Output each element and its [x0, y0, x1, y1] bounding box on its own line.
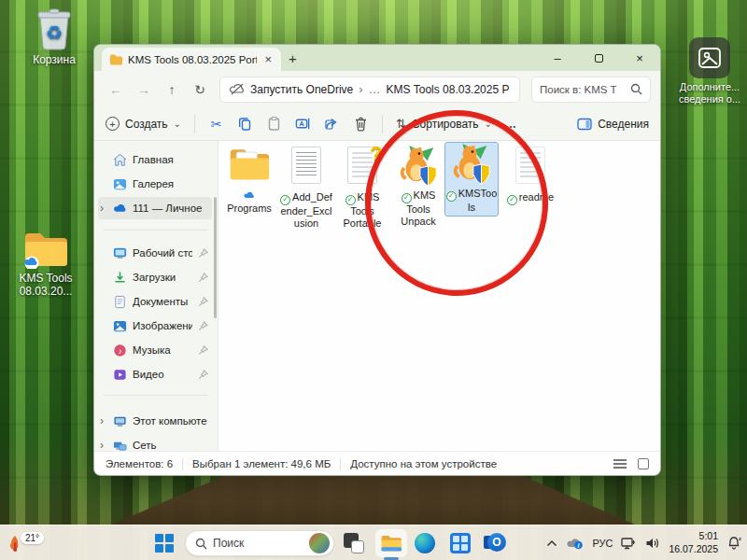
file-item-programs[interactable]: Programs [221, 145, 277, 216]
onedrive-tray-icon[interactable]: i [566, 537, 584, 550]
sidebar-item-documents[interactable]: Документы [98, 290, 212, 313]
start-button[interactable] [155, 525, 174, 560]
store-icon [450, 533, 471, 553]
large-icons-view-button[interactable] [638, 458, 649, 469]
sidebar-item-desktop[interactable]: Рабочий сто [98, 242, 212, 264]
file-item-kms-tools-unpack[interactable]: ✓KMS Tools Unpack [390, 145, 446, 229]
script-file-icon [291, 147, 321, 184]
breadcrumb-ellipsis[interactable]: … [369, 82, 381, 96]
desktop-icon-kms-folder[interactable]: KMS Tools 08.03.20... [7, 230, 84, 299]
breadcrumb-onedrive[interactable]: Запустить OneDrive [250, 83, 353, 96]
sidebar-item-label: Галерея [133, 178, 208, 189]
sidebar-separator [104, 395, 208, 396]
tray-chevron-up-icon[interactable] [546, 539, 557, 547]
rename-icon[interactable]: A [295, 116, 311, 132]
file-label: ✓KMS Tools Unpack [390, 189, 446, 229]
file-label: ✓KMSTools [445, 188, 498, 214]
sidebar-item-label: Рабочий сто [133, 247, 192, 259]
sidebar-item-this-pc[interactable]: › Этот компьюте [98, 410, 212, 432]
maximize-button[interactable] [578, 45, 619, 71]
sidebar-item-label: Сеть [133, 440, 208, 451]
file-explorer-icon [379, 531, 403, 555]
file-item-kms-tools-portable[interactable]: ? ✓KMS Tools Portable [334, 145, 390, 231]
create-label: Создать [125, 118, 168, 131]
sidebar-item-music[interactable]: ♪ Музыка [98, 339, 212, 361]
delete-icon[interactable] [353, 116, 369, 132]
chevron-right-icon[interactable]: › [100, 202, 104, 215]
taskbar-search[interactable]: Поиск [185, 530, 334, 556]
taskbar-edge-button[interactable] [415, 525, 435, 560]
chevron-right-icon[interactable]: › [100, 439, 104, 452]
create-button[interactable]: + Создать ⌄ [106, 117, 181, 131]
tab-close-icon[interactable]: × [262, 52, 274, 66]
breadcrumb[interactable]: Запустить OneDrive › … KMS Tools 08.03.2… [219, 77, 520, 103]
sidebar-scrollbar[interactable] [214, 197, 217, 318]
taskbar-store-button[interactable] [450, 525, 471, 560]
paste-icon[interactable] [266, 116, 282, 132]
chevron-right-icon[interactable]: › [100, 414, 104, 427]
toolbar-divider [194, 115, 195, 133]
search-icon [195, 538, 207, 550]
status-item-count: Элементов: 6 [106, 458, 173, 469]
more-options-button[interactable]: … [505, 118, 517, 131]
details-pane-button[interactable]: Сведения [577, 118, 649, 131]
status-selection: Выбран 1 элемент: 49,6 МБ [192, 458, 331, 469]
sidebar-item-label: Видео [133, 369, 192, 380]
file-item-readme[interactable]: ✓readme [502, 145, 558, 205]
kms-dragon-icon [397, 145, 440, 188]
sidebar-item-downloads[interactable]: Загрузки [98, 266, 212, 288]
sidebar-separator [104, 230, 208, 231]
taskbar-explorer-button[interactable] [375, 529, 407, 557]
sort-button[interactable]: ⇅ Сортировать ⌄ [396, 117, 492, 131]
sidebar-item-gallery[interactable]: Галерея [98, 173, 212, 195]
sidebar-item-pictures[interactable]: Изображени [98, 315, 212, 337]
cut-icon[interactable]: ✂ [208, 117, 224, 132]
gallery-icon [113, 177, 127, 191]
toolbar-divider [382, 115, 383, 133]
desktop-icon-spotlight[interactable]: Дополните... сведения о... [674, 37, 745, 105]
tab-bar: KMS Tools 08.03.2025 Portable × + – × [94, 45, 660, 71]
picture-icon [698, 46, 722, 70]
forward-button[interactable]: → [132, 77, 156, 102]
task-view-button[interactable] [342, 525, 366, 560]
search-icon [630, 83, 642, 95]
sidebar-item-videos[interactable]: Видео [98, 363, 212, 385]
system-tray: i РУС 5:01 16.07.2025 z [546, 525, 743, 560]
refresh-button[interactable]: ↻ [188, 77, 212, 102]
pin-icon [198, 321, 208, 331]
sidebar-item-onedrive[interactable]: › 111 — Личное [98, 197, 212, 219]
taskbar-outlook-button[interactable]: O [484, 525, 506, 560]
svg-text:♻: ♻ [46, 22, 63, 43]
edge-icon [415, 533, 435, 553]
minimize-button[interactable]: – [537, 45, 578, 71]
weather-temp: 21° [21, 532, 44, 544]
address-bar: ← → ↑ ↻ Запустить OneDrive › … KMS Tools… [94, 71, 660, 107]
notifications-bell-icon[interactable]: z [726, 536, 741, 551]
search-input[interactable]: Поиск в: KMS T [531, 77, 651, 103]
explorer-tab[interactable]: KMS Tools 08.03.2025 Portable × [102, 48, 281, 71]
breadcrumb-current[interactable]: KMS Tools 08.03.2025 P [387, 83, 510, 96]
windows-logo-icon [155, 534, 174, 553]
network-tray-icon[interactable] [621, 537, 637, 551]
close-button[interactable]: × [619, 45, 660, 71]
sidebar-item-label: Документы [133, 296, 192, 307]
details-view-button[interactable] [613, 459, 627, 469]
language-indicator[interactable]: РУС [592, 538, 613, 549]
volume-icon[interactable] [645, 537, 660, 550]
tray-clock[interactable]: 5:01 16.07.2025 [669, 530, 718, 555]
file-item-kmstools-selected[interactable]: ✓KMSTools [445, 143, 498, 216]
copy-icon[interactable] [237, 116, 253, 132]
onedrive-paused-icon [230, 83, 245, 95]
sidebar-item-home[interactable]: Главная [98, 148, 212, 171]
up-button[interactable]: ↑ [160, 77, 184, 102]
back-button[interactable]: ← [104, 77, 128, 102]
new-tab-button[interactable]: + [289, 50, 297, 66]
desktop-icon-recycle-bin[interactable]: ♻ Корзина [17, 7, 92, 66]
file-item-add-defender-exclusion[interactable]: ✓Add_Defender_Exclusion [278, 145, 334, 231]
recycle-bin-icon: ♻ [35, 7, 74, 50]
sidebar-item-label: Загрузки [133, 272, 192, 283]
widgets-button[interactable]: 21° [7, 525, 44, 560]
share-icon[interactable] [324, 116, 340, 132]
command-bar: + Создать ⌄ ✂ A ⇅ С [94, 107, 660, 141]
sidebar-item-label: Музыка [133, 344, 192, 356]
